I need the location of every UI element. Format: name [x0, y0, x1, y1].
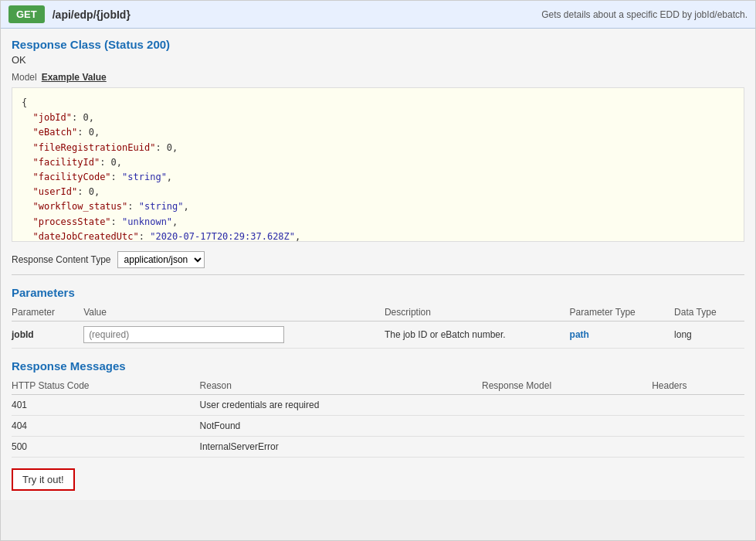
response-header-row: HTTP Status Code Reason Response Model H…	[12, 377, 744, 395]
content-type-row: Response Content Type application/json t…	[12, 251, 744, 275]
col-parameter: Parameter	[12, 304, 83, 322]
col-description: Description	[385, 304, 570, 322]
model-tabs: Model Example Value	[12, 72, 744, 83]
col-headers: Headers	[652, 377, 744, 395]
headers-500	[652, 437, 744, 458]
content-area: Response Class (Status 200) OK Model Exa…	[1, 29, 755, 500]
parameters-title: Parameters	[12, 286, 744, 299]
model-401	[482, 395, 652, 416]
response-row-404: 404 NotFound	[12, 416, 744, 437]
code-line-1: "jobId": 0,	[22, 111, 734, 125]
method-badge: GET	[8, 5, 45, 23]
col-data-type: Data Type	[674, 304, 744, 322]
code-401: 401	[12, 395, 200, 416]
col-value: Value	[83, 304, 385, 322]
response-row-401: 401 User credentials are required	[12, 395, 744, 416]
response-messages-title: Response Messages	[12, 359, 744, 373]
model-404	[482, 416, 652, 437]
headers-404	[652, 416, 744, 437]
param-desc-jobid: The job ID or eBatch number.	[385, 322, 570, 349]
main-container: GET /api/edp/{jobId} Gets details about …	[0, 0, 756, 541]
model-500	[482, 437, 652, 458]
code-line-8: "processState": "unknown",	[22, 215, 734, 230]
code-line-4: "facilityId": 0,	[22, 155, 734, 170]
endpoint-description: Gets details about a specific EDD by job…	[541, 9, 748, 20]
response-status: OK	[12, 54, 744, 66]
parameters-table: Parameter Value Description Parameter Ty…	[12, 304, 744, 349]
param-value-cell	[83, 322, 385, 349]
code-line-6: "userId": 0,	[22, 185, 734, 199]
model-tab-label: Model	[12, 72, 37, 83]
response-messages-section: Response Messages HTTP Status Code Reaso…	[12, 359, 744, 458]
reason-500: InternalServerError	[200, 437, 482, 458]
params-header-row: Parameter Value Description Parameter Ty…	[12, 304, 744, 322]
param-row-jobid: jobId The job ID or eBatch number. path …	[12, 322, 744, 349]
col-response-model: Response Model	[482, 377, 652, 395]
code-line-0: {	[22, 96, 734, 111]
code-line-3: "fileRegistrationEuid": 0,	[22, 141, 734, 155]
code-500: 500	[12, 437, 200, 458]
response-row-500: 500 InternalServerError	[12, 437, 744, 458]
param-value-input[interactable]	[83, 326, 284, 343]
col-param-type: Parameter Type	[570, 304, 675, 322]
code-line-2: "eBatch": 0,	[22, 125, 734, 140]
response-class-title: Response Class (Status 200)	[12, 38, 744, 51]
endpoint-header: GET /api/edp/{jobId} Gets details about …	[1, 1, 755, 29]
response-messages-table: HTTP Status Code Reason Response Model H…	[12, 377, 744, 458]
code-line-9: "dateJobCreatedUtc": "2020-07-17T20:29:3…	[22, 230, 734, 242]
code-line-7: "workflow_status": "string",	[22, 199, 734, 214]
try-it-out-button[interactable]: Try it out!	[12, 468, 75, 491]
endpoint-path: /api/edp/{jobId}	[53, 9, 534, 21]
code-404: 404	[12, 416, 200, 437]
param-datatype-jobid: long	[674, 322, 744, 349]
code-line-5: "facilityCode": "string",	[22, 170, 734, 185]
param-type-jobid: path	[570, 322, 675, 349]
example-value-tab[interactable]: Example Value	[42, 72, 107, 83]
col-reason: Reason	[200, 377, 482, 395]
content-type-label: Response Content Type	[12, 254, 111, 265]
content-type-select[interactable]: application/json text/xml	[117, 251, 205, 268]
headers-401	[652, 395, 744, 416]
parameters-section: Parameters Parameter Value Description P…	[12, 286, 744, 349]
code-block: { "jobId": 0, "eBatch": 0, "fileRegistra…	[12, 87, 744, 242]
col-http-code: HTTP Status Code	[12, 377, 200, 395]
param-name-jobid: jobId	[12, 322, 83, 349]
reason-404: NotFound	[200, 416, 482, 437]
reason-401: User credentials are required	[200, 395, 482, 416]
